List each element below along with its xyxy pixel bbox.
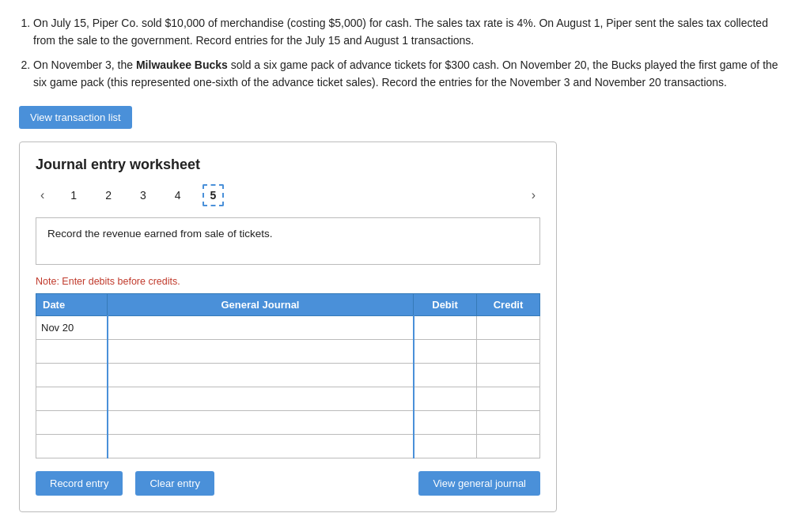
journal-input-1[interactable] bbox=[112, 316, 410, 338]
cell-journal-4[interactable] bbox=[108, 387, 414, 410]
cell-date-2 bbox=[36, 339, 108, 363]
cell-credit-5[interactable] bbox=[477, 410, 540, 434]
tab-2[interactable]: 2 bbox=[98, 185, 119, 206]
tab-navigation: ‹ 1 2 3 4 5 › bbox=[36, 184, 540, 206]
cell-date-4 bbox=[36, 387, 108, 410]
cell-journal-2[interactable] bbox=[108, 339, 414, 363]
debit-input-6[interactable] bbox=[418, 435, 474, 457]
instruction-box: Record the revenue earned from sale of t… bbox=[36, 217, 540, 265]
debit-input-4[interactable] bbox=[418, 387, 474, 409]
view-general-journal-button[interactable]: View general journal bbox=[418, 471, 540, 496]
cell-debit-2[interactable] bbox=[414, 339, 477, 363]
tab-5[interactable]: 5 bbox=[202, 184, 225, 206]
cell-journal-1[interactable] bbox=[108, 315, 414, 339]
cell-credit-4[interactable] bbox=[477, 387, 540, 410]
cell-debit-6[interactable] bbox=[414, 434, 477, 458]
cell-debit-5[interactable] bbox=[414, 410, 477, 434]
col-credit: Credit bbox=[477, 293, 540, 315]
credit-input-4[interactable] bbox=[480, 387, 536, 409]
cell-date-1: Nov 20 bbox=[36, 315, 108, 339]
debit-input-5[interactable] bbox=[418, 411, 474, 433]
col-debit: Debit bbox=[414, 293, 477, 315]
table-row bbox=[36, 410, 540, 434]
credit-input-3[interactable] bbox=[480, 364, 536, 386]
table-row bbox=[36, 434, 540, 458]
table-row: Nov 20 bbox=[36, 315, 540, 339]
journal-input-5[interactable] bbox=[112, 411, 410, 433]
cell-journal-5[interactable] bbox=[108, 410, 414, 434]
debit-input-3[interactable] bbox=[418, 364, 474, 386]
record-entry-button[interactable]: Record entry bbox=[36, 471, 123, 496]
journal-input-2[interactable] bbox=[112, 340, 410, 362]
credit-input-5[interactable] bbox=[480, 411, 536, 433]
cell-debit-4[interactable] bbox=[414, 387, 477, 410]
prev-tab-arrow[interactable]: ‹ bbox=[36, 187, 49, 204]
journal-input-3[interactable] bbox=[112, 364, 410, 386]
debit-input-1[interactable] bbox=[418, 316, 474, 338]
journal-table: Date General Journal Debit Credit Nov 20 bbox=[36, 293, 540, 458]
tab-4[interactable]: 4 bbox=[168, 185, 188, 206]
tab-1[interactable]: 1 bbox=[63, 185, 84, 206]
cell-credit-1[interactable] bbox=[477, 315, 540, 339]
worksheet-container: Journal entry worksheet ‹ 1 2 3 4 5 › Re… bbox=[19, 141, 557, 512]
view-transaction-button[interactable]: View transaction list bbox=[19, 106, 132, 129]
note-text: Note: Enter debits before credits. bbox=[36, 276, 540, 287]
cell-date-6 bbox=[36, 434, 108, 458]
problem-1: On July 15, Piper Co. sold $10,000 of me… bbox=[33, 14, 791, 50]
credit-input-2[interactable] bbox=[480, 340, 536, 362]
next-tab-arrow[interactable]: › bbox=[527, 187, 540, 204]
credit-input-1[interactable] bbox=[480, 316, 536, 338]
cell-credit-2[interactable] bbox=[477, 339, 540, 363]
col-general-journal: General Journal bbox=[108, 293, 414, 315]
tab-3[interactable]: 3 bbox=[133, 185, 153, 206]
worksheet-title: Journal entry worksheet bbox=[36, 157, 540, 173]
table-row bbox=[36, 363, 540, 387]
table-row bbox=[36, 339, 540, 363]
cell-journal-6[interactable] bbox=[108, 434, 414, 458]
problem-2: On November 3, the Milwaukee Bucks sold … bbox=[33, 56, 791, 92]
clear-entry-button[interactable]: Clear entry bbox=[135, 471, 214, 496]
col-date: Date bbox=[36, 293, 108, 315]
button-row: Record entry Clear entry View general jo… bbox=[36, 471, 540, 496]
journal-input-4[interactable] bbox=[112, 387, 410, 409]
cell-credit-6[interactable] bbox=[477, 434, 540, 458]
cell-credit-3[interactable] bbox=[477, 363, 540, 387]
cell-date-3 bbox=[36, 363, 108, 387]
journal-input-6[interactable] bbox=[112, 435, 410, 457]
problem-text: On July 15, Piper Co. sold $10,000 of me… bbox=[19, 14, 791, 92]
debit-input-2[interactable] bbox=[418, 340, 474, 362]
cell-debit-1[interactable] bbox=[414, 315, 477, 339]
cell-journal-3[interactable] bbox=[108, 363, 414, 387]
cell-date-5 bbox=[36, 410, 108, 434]
credit-input-6[interactable] bbox=[480, 435, 536, 457]
table-row bbox=[36, 387, 540, 410]
cell-debit-3[interactable] bbox=[414, 363, 477, 387]
